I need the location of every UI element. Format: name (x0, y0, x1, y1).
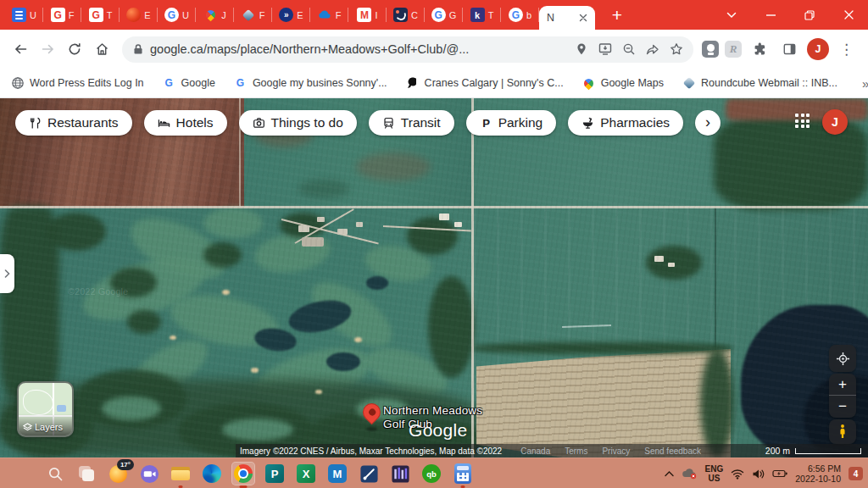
omnibox[interactable]: google.ca/maps/place/Northern+Meadows+Go… (122, 36, 693, 63)
maximize-button[interactable] (790, 0, 829, 30)
taskbar-calculator[interactable] (451, 462, 475, 485)
bookmark-item[interactable]: GGoogle (162, 76, 215, 91)
scale-control[interactable]: 200 m (765, 446, 861, 456)
taskbar-chrome[interactable] (231, 462, 255, 485)
bookmark-item[interactable]: Google Maps (581, 76, 664, 91)
lock-icon[interactable] (133, 43, 143, 55)
zoom-out-button[interactable]: − (829, 396, 856, 418)
category-chip[interactable]: Pharmacies (568, 110, 683, 136)
browser-tab[interactable]: GU (158, 0, 196, 30)
browser-tab[interactable]: GF (43, 0, 81, 30)
bookmark-overflow-chevron[interactable]: » (855, 76, 868, 91)
my-location-button[interactable] (829, 345, 856, 372)
new-tab-button[interactable]: + (605, 3, 629, 27)
bookmark-star-icon[interactable] (665, 37, 688, 61)
taskbar-excel[interactable]: X (294, 462, 318, 485)
browser-tab[interactable]: kT (463, 0, 501, 30)
close-button[interactable] (829, 0, 868, 30)
back-button[interactable] (7, 36, 34, 63)
taskbar-mixer[interactable] (388, 462, 412, 485)
notification-badge[interactable]: 4 (849, 467, 863, 480)
zoom-in-button[interactable]: + (829, 374, 856, 396)
taskbar-task-view[interactable] (75, 462, 98, 485)
maps-profile-avatar[interactable]: J (822, 109, 848, 135)
browser-tab[interactable]: C (387, 0, 425, 30)
zoom-icon[interactable] (617, 37, 641, 61)
bookmark-item[interactable]: Cranes Calgary | Sonny's C... (405, 76, 564, 91)
rakuten-extension-icon[interactable]: R (725, 41, 742, 58)
scale-bar (795, 448, 861, 454)
bookmark-item[interactable]: Word Press Edits Log In (10, 76, 144, 91)
chips-more-button[interactable]: › (695, 110, 721, 136)
browser-tab[interactable]: »E (272, 0, 310, 30)
tab-title: E (144, 10, 150, 20)
taskbar-start[interactable] (12, 462, 36, 485)
menu-dots-icon[interactable]: ⋮ (835, 41, 858, 58)
tab-title: C (411, 10, 418, 20)
attribution-link[interactable]: Canada (520, 446, 550, 456)
pegman-button[interactable] (829, 419, 856, 444)
taskbar-edge[interactable] (200, 462, 224, 485)
wifi-icon[interactable] (731, 469, 744, 480)
tray-chevron-icon[interactable] (665, 471, 674, 477)
browser-tab[interactable]: F (310, 0, 348, 30)
share-icon[interactable] (641, 37, 665, 61)
extensions-puzzle-icon[interactable] (748, 37, 771, 61)
attribution-link[interactable]: Send feedback (644, 446, 701, 456)
home-button[interactable] (88, 36, 115, 63)
taskbar: 17°PXMqb ENG US 6:56 PM 202 (0, 458, 868, 488)
map-viewport[interactable]: ©2022 Google RestaurantsHotelsThings to … (0, 98, 868, 458)
reload-button[interactable] (61, 36, 88, 63)
location-pin-icon[interactable] (570, 37, 593, 61)
battery-icon[interactable] (772, 469, 787, 478)
attribution-imagery: Imagery ©2022 CNES / Airbus, Maxar Techn… (240, 446, 502, 456)
side-panel-icon[interactable] (777, 37, 801, 61)
category-chip[interactable]: Things to do (239, 110, 357, 136)
attribution-link[interactable]: Terms (565, 446, 587, 456)
password-extension-icon[interactable] (702, 41, 719, 58)
taskbar-file-explorer[interactable] (169, 462, 192, 485)
browser-tab[interactable]: GG (425, 0, 463, 30)
taskbar-publisher[interactable]: P (263, 462, 287, 485)
taskbar-widgets-weather[interactable]: 17° (106, 462, 130, 485)
layers-button[interactable]: Layers (17, 381, 74, 437)
side-panel-expand-button[interactable] (0, 254, 14, 293)
browser-tab[interactable]: U (5, 0, 43, 30)
minimize-button[interactable] (751, 0, 790, 30)
category-chip[interactable]: Restaurants (15, 110, 132, 136)
tab-search-chevron-icon[interactable] (712, 0, 751, 30)
browser-tab[interactable]: Gb (501, 0, 539, 30)
browser-tab[interactable]: MI (348, 0, 387, 30)
forward-button[interactable] (34, 36, 61, 63)
category-chip[interactable]: Hotels (144, 110, 227, 136)
install-app-icon[interactable] (593, 37, 617, 61)
taskbar-malwarebytes[interactable]: M (326, 462, 349, 485)
bookmark-item[interactable]: GGoogle my busines Sonny'... (233, 76, 387, 91)
profile-avatar[interactable]: J (807, 38, 829, 60)
clock[interactable]: 6:56 PM 2022-10-10 (795, 463, 841, 485)
tab-close-icon[interactable] (579, 14, 587, 22)
browser-tab[interactable]: F (234, 0, 272, 30)
active-tab[interactable]: N (539, 6, 595, 30)
taskbar-search[interactable] (43, 462, 67, 485)
attribution-link[interactable]: Privacy (602, 446, 630, 456)
language-indicator[interactable]: ENG US (705, 464, 724, 483)
browser-tab[interactable]: E (120, 0, 158, 30)
google-apps-grid-icon[interactable] (795, 114, 812, 130)
scale-label: 200 m (765, 446, 790, 456)
bookmark-label: Google my busines Sonny'... (253, 77, 387, 89)
browser-tab[interactable]: GT (81, 0, 120, 30)
browser-tab[interactable]: J (196, 0, 234, 30)
taskbar-snipping[interactable] (357, 462, 381, 485)
category-chip[interactable]: Transit (369, 110, 454, 136)
map-tile-watermark: ©2022 Google (68, 286, 128, 297)
pegman-icon (837, 424, 848, 440)
category-chip[interactable]: PParking (466, 110, 557, 136)
taskbar-camera-app[interactable] (137, 462, 161, 485)
bookmark-item[interactable]: Roundcube Webmail :: INB... (682, 76, 837, 91)
taskbar-quickbooks[interactable]: qb (420, 462, 443, 485)
marker-shadow (366, 427, 377, 431)
onedrive-tray-icon[interactable] (682, 468, 698, 480)
volume-icon[interactable] (752, 469, 765, 480)
url-text[interactable]: google.ca/maps/place/Northern+Meadows+Go… (150, 42, 570, 56)
